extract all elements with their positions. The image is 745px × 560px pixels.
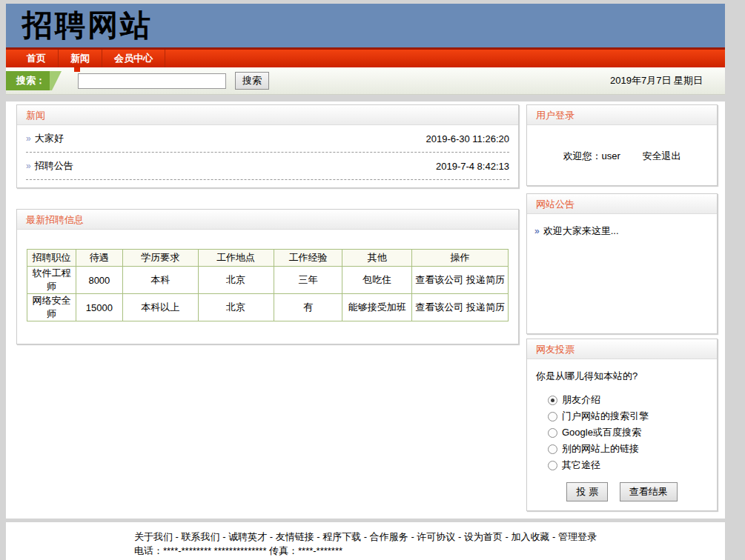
job-actions-cell: 查看该公司 投递简历 bbox=[412, 267, 509, 294]
jobs-column-header: 其他 bbox=[342, 250, 412, 267]
job-action-link[interactable]: 查看该公司 bbox=[415, 301, 463, 313]
news-item[interactable]: » 大家好 2019-6-30 11:26:20 bbox=[26, 125, 509, 153]
nav-item-label: 会员中心 bbox=[114, 52, 153, 65]
footer-link[interactable]: 友情链接 bbox=[276, 531, 314, 542]
jobs-column-header: 工作地点 bbox=[198, 250, 274, 267]
job-experience-cell: 三年 bbox=[274, 267, 342, 294]
footer-link[interactable]: 程序下载 bbox=[322, 531, 361, 542]
news-item-time: 2019-6-30 11:26:20 bbox=[426, 133, 509, 144]
table-row: 软件工程师 8000 本科 北京 三年 包吃住 查看该公司 投递简历 bbox=[27, 267, 509, 294]
footer-links: 关于我们 - 联系我们 - 诚聘英才 - 友情链接 - 程序下载 - 合作服务 … bbox=[134, 530, 597, 544]
radio-button-icon[interactable] bbox=[548, 412, 557, 421]
jobs-column-header: 招聘职位 bbox=[27, 250, 76, 267]
poll-box: 网友投票 你是从哪儿得知本站的? 朋友介绍 门户网站的搜索引擎 Google或百… bbox=[526, 339, 718, 511]
footer-link[interactable]: 诚聘英才 bbox=[228, 531, 267, 542]
double-chevron-icon: » bbox=[534, 226, 540, 236]
footer-link[interactable]: 关于我们 bbox=[134, 531, 173, 542]
nav-item-label: 新闻 bbox=[70, 52, 90, 65]
footer-link[interactable]: 管理登录 bbox=[558, 531, 597, 542]
footer-link[interactable]: 加入收藏 bbox=[511, 531, 549, 542]
jobs-column-header: 学历要求 bbox=[122, 250, 198, 267]
double-chevron-icon: » bbox=[26, 133, 31, 144]
radio-button-icon[interactable] bbox=[548, 396, 557, 405]
job-position-cell: 软件工程师 bbox=[27, 267, 76, 294]
poll-option-label[interactable]: 朋友介绍 bbox=[562, 393, 600, 407]
radio-button-icon[interactable] bbox=[548, 461, 557, 470]
news-box-header: 新闻 bbox=[17, 105, 518, 125]
jobs-box-header: 最新招聘信息 bbox=[17, 210, 518, 230]
search-input[interactable] bbox=[78, 73, 226, 89]
poll-header: 网友投票 bbox=[527, 339, 717, 359]
site-title: 招聘网站 bbox=[22, 10, 153, 41]
jobs-tbody: 软件工程师 8000 本科 北京 三年 包吃住 查看该公司 投递简历 网络安全师… bbox=[27, 267, 509, 321]
jobs-table: 招聘职位待遇学历要求工作地点工作经验其他操作 软件工程师 8000 本科 北京 … bbox=[27, 249, 509, 321]
nav-item[interactable]: 会员中心 bbox=[102, 50, 165, 67]
job-experience-cell: 有 bbox=[274, 294, 342, 321]
radio-button-icon[interactable] bbox=[548, 444, 557, 454]
job-other-cell: 能够接受加班 bbox=[342, 294, 412, 321]
news-item-title[interactable]: 大家好 bbox=[35, 132, 64, 145]
main-column: 新闻 » 大家好 2019-6-30 11:26:20 » 招聘公告 2019-… bbox=[16, 104, 519, 511]
nav-item[interactable]: 首页 bbox=[15, 50, 59, 67]
poll-options: 朋友介绍 门户网站的搜索引擎 Google或百度搜索 别的网站上的链接 其它途径 bbox=[548, 392, 708, 473]
announcement-item[interactable]: » 欢迎大家来这里... bbox=[534, 224, 709, 238]
poll-option-label[interactable]: 门户网站的搜索引擎 bbox=[562, 410, 649, 423]
radio-button-icon[interactable] bbox=[548, 428, 557, 438]
poll-option-label[interactable]: Google或百度搜索 bbox=[562, 426, 641, 439]
job-position-cell: 网络安全师 bbox=[27, 294, 76, 321]
poll-option[interactable]: 别的网站上的链接 bbox=[548, 441, 708, 457]
view-results-button[interactable]: 查看结果 bbox=[620, 482, 678, 501]
footer-inner: 关于我们 - 联系我们 - 诚聘英才 - 友情链接 - 程序下载 - 合作服务 … bbox=[134, 530, 597, 558]
search-label: 搜索： bbox=[6, 71, 62, 90]
logout-link[interactable]: 安全退出 bbox=[642, 150, 681, 161]
vote-button[interactable]: 投 票 bbox=[566, 482, 608, 501]
jobs-header-row: 招聘职位待遇学历要求工作地点工作经验其他操作 bbox=[27, 250, 509, 267]
footer-link[interactable]: 合作服务 bbox=[370, 531, 408, 542]
news-list: » 大家好 2019-6-30 11:26:20 » 招聘公告 2019-7-4… bbox=[17, 125, 518, 187]
search-button[interactable]: 搜索 bbox=[235, 72, 269, 90]
job-education-cell: 本科 bbox=[122, 267, 198, 294]
username: user bbox=[602, 150, 620, 161]
job-action-link[interactable]: 查看该公司 bbox=[415, 274, 463, 285]
job-education-cell: 本科以上 bbox=[122, 294, 198, 321]
announcement-header: 网站公告 bbox=[527, 194, 717, 214]
job-salary-cell: 8000 bbox=[76, 267, 122, 294]
footer-link[interactable]: 联系我们 bbox=[182, 531, 220, 542]
welcome-label: 欢迎您： bbox=[563, 150, 602, 161]
jobs-table-wrap: 招聘职位待遇学历要求工作地点工作经验其他操作 软件工程师 8000 本科 北京 … bbox=[17, 230, 518, 344]
announcement-item-text[interactable]: 欢迎大家来这里... bbox=[543, 224, 619, 238]
poll-buttons: 投 票 查看结果 bbox=[536, 482, 708, 501]
news-item-title[interactable]: 招聘公告 bbox=[35, 159, 73, 173]
announcement-list: » 欢迎大家来这里... bbox=[527, 214, 717, 248]
search-bar: 搜索： 搜索 2019年7月7日 星期日 bbox=[6, 67, 725, 95]
poll-option[interactable]: 朋友介绍 bbox=[548, 392, 708, 408]
poll-option[interactable]: 门户网站的搜索引擎 bbox=[548, 408, 708, 424]
jobs-column-header: 操作 bbox=[412, 250, 509, 267]
poll-option[interactable]: Google或百度搜索 bbox=[548, 424, 708, 441]
nav-dropdown-notch bbox=[74, 67, 80, 72]
user-login-box: 用户登录 欢迎您：user 安全退出 bbox=[526, 104, 718, 186]
job-actions-cell: 查看该公司 投递简历 bbox=[412, 294, 509, 321]
jobs-box: 最新招聘信息 招聘职位待遇学历要求工作地点工作经验其他操作 软件工程师 8000… bbox=[16, 209, 519, 344]
user-login-header: 用户登录 bbox=[527, 105, 717, 125]
job-location-cell: 北京 bbox=[198, 267, 274, 294]
page: 招聘网站 首页新闻会员中心 搜索： 搜索 2019年7月7日 星期日 新闻 » … bbox=[6, 4, 725, 560]
poll-option-label[interactable]: 其它途径 bbox=[562, 459, 600, 472]
sidebar: 用户登录 欢迎您：user 安全退出 网站公告 » 欢迎大家来这里... 网友投… bbox=[526, 104, 718, 511]
poll-option[interactable]: 其它途径 bbox=[548, 457, 708, 473]
footer-link[interactable]: 许可协议 bbox=[417, 531, 455, 542]
content-area: 新闻 » 大家好 2019-6-30 11:26:20 » 招聘公告 2019-… bbox=[6, 101, 725, 519]
news-item[interactable]: » 招聘公告 2019-7-4 8:42:13 bbox=[26, 153, 509, 180]
current-date: 2019年7月7日 星期日 bbox=[610, 74, 725, 87]
poll-question: 你是从哪儿得知本站的? bbox=[536, 370, 708, 383]
job-action-link[interactable]: 投递简历 bbox=[466, 274, 505, 285]
job-salary-cell: 15000 bbox=[76, 294, 122, 321]
job-action-link[interactable]: 投递简历 bbox=[466, 301, 505, 313]
news-box: 新闻 » 大家好 2019-6-30 11:26:20 » 招聘公告 2019-… bbox=[16, 104, 519, 188]
footer-link[interactable]: 设为首页 bbox=[464, 531, 503, 542]
news-item-time: 2019-7-4 8:42:13 bbox=[436, 161, 509, 172]
poll-option-label[interactable]: 别的网站上的链接 bbox=[562, 442, 639, 456]
nav-item[interactable]: 新闻 bbox=[59, 50, 102, 67]
announcement-box: 网站公告 » 欢迎大家来这里... bbox=[526, 193, 718, 334]
footer-contact: 电话：****-******** ************** 传真：****-… bbox=[134, 544, 597, 558]
